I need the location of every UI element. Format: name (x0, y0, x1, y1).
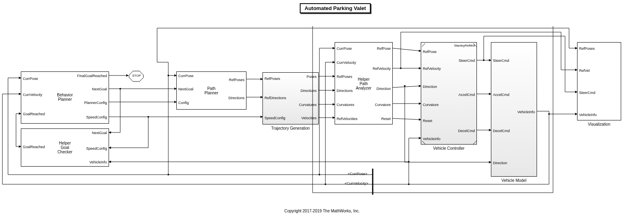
block-visualization[interactable]: RefPoses RefVel SteerCmd VehicleInfo (577, 42, 621, 120)
port-vm-vehinfo: VehicleInfo (517, 110, 535, 114)
port-c-refvel: RefVelocity (423, 67, 441, 71)
port-goalreached: GoalReached (23, 112, 45, 116)
block-label: Helper Goal Checker (21, 141, 109, 154)
block-label: Path Planner (177, 86, 246, 95)
port-nextgoal: NextGoal (92, 87, 107, 91)
ref-model: StanleyRefMdl (454, 44, 475, 48)
caption-trajgen: Trajectory Generation (262, 126, 319, 130)
port-a-refvel: RefVelocities (337, 117, 357, 121)
port-vehicleinfo: VehicleInfo (89, 160, 107, 164)
block-goal-checker[interactable]: GoalReached NextGoal SpeedConfig Vehicle… (21, 128, 109, 167)
svg-point-10 (548, 113, 550, 115)
port-vm-accel: AccelCmd (493, 93, 509, 97)
port-pp-refposes: RefPoses (229, 78, 244, 82)
port-vz-refvel: RefVel (579, 69, 590, 73)
port-finalgoal: FinalGoalReached (77, 74, 107, 78)
port-currpose: CurrPose (23, 77, 38, 81)
block-vehicle-model[interactable]: SteerCmd AccelCmd DecelCmd Direction Veh… (491, 42, 537, 177)
caption-viz: Visualization (577, 122, 621, 126)
block-label: Helper Path Analyzer (335, 77, 392, 90)
block-path-planner[interactable]: CurrPose NextGoal Config RefPoses Direct… (176, 71, 246, 110)
caption-vehmodel: Vehicle Model (491, 178, 537, 183)
svg-point-8 (404, 85, 406, 87)
port-a-curvature: Curvature (375, 103, 391, 107)
bus-currvel: <CurrVelocity> (345, 181, 368, 185)
port-a-reset: Reset (381, 117, 391, 121)
port-vz-steer: SteerCmd (579, 91, 596, 95)
bus-currpose: <CurrPose> (348, 172, 367, 176)
port-c-steer: SteerCmd (458, 59, 475, 63)
port-c-accel: AccelCmd (458, 93, 475, 97)
port-pp-currpose: CurrPose (178, 74, 194, 78)
port-a-refvelocity: RefVelocity (373, 67, 391, 71)
port-nextgoal2: NextGoal (92, 131, 107, 135)
copyright: Copyright 2017-2019 The MathWorks, Inc. (0, 209, 644, 213)
port-tg-vel: Velocities (301, 116, 317, 120)
port-vz-refposes: RefPoses (579, 47, 595, 51)
port-c-dir: Direction (423, 85, 437, 89)
port-pp-config: Config (178, 101, 189, 105)
port-tg-speedcfg: SpeedConfig (264, 116, 285, 120)
svg-point-3 (168, 75, 169, 76)
block-traj-gen[interactable]: RefPoses RefDirections SpeedConfig Poses… (262, 72, 319, 124)
port-c-vehinfo: VehicleInfo (423, 137, 440, 141)
caption-controller: Vehicle Controller (421, 146, 477, 151)
port-a-refpose: RefPose (377, 47, 391, 51)
svg-point-7 (408, 161, 410, 163)
svg-point-1 (319, 174, 320, 175)
port-c-curv: Curvature (423, 103, 439, 107)
svg-point-9 (408, 183, 410, 185)
port-pp-directions: Directions (228, 96, 244, 100)
diagram-canvas: Automated Parking Valet CurrPose CurrVel… (0, 0, 644, 224)
port-vz-vehinfo: VehicleInfo (579, 113, 597, 117)
svg-point-4 (168, 174, 169, 175)
svg-point-6 (147, 116, 149, 118)
port-a-currvel: CurrVelocity (337, 61, 356, 65)
port-vm-dir: Direction (493, 161, 507, 165)
port-a-curv: Curvatures (337, 103, 354, 107)
port-c-refpose: RefPose (423, 50, 437, 54)
svg-point-5 (119, 88, 121, 90)
port-tg-dir: Directions (301, 89, 317, 93)
block-path-analyzer[interactable]: CurrPose CurrVelocity RefPoses Direction… (335, 42, 393, 124)
port-speedconfig: SpeedConfig (86, 115, 107, 119)
port-tg-refposes: RefPoses (264, 77, 280, 81)
port-tg-refdir: RefDirections (264, 96, 286, 100)
block-behavior-planner[interactable]: CurrPose CurrVelocity GoalReached FinalG… (21, 71, 109, 124)
svg-point-2 (325, 183, 326, 185)
port-tg-poses: Poses (307, 75, 317, 79)
block-label: Behavior Planner (21, 93, 109, 102)
port-vm-decel: DecelCmd (493, 129, 510, 133)
port-vm-steer: SteerCmd (493, 59, 509, 63)
block-vehicle-controller[interactable]: StanleyRefMdl RefPose RefVelocity Direct… (421, 42, 477, 145)
svg-point-12 (400, 67, 402, 69)
port-a-currpose: CurrPose (337, 47, 352, 51)
port-c-decel: DecelCmd (458, 129, 475, 133)
svg-point-11 (483, 59, 485, 61)
diagram-title: Automated Parking Valet (300, 3, 371, 13)
stop-block[interactable]: STOP (132, 74, 141, 77)
port-tg-curv: Curvatures (299, 103, 317, 107)
port-c-reset: Reset (423, 119, 432, 123)
